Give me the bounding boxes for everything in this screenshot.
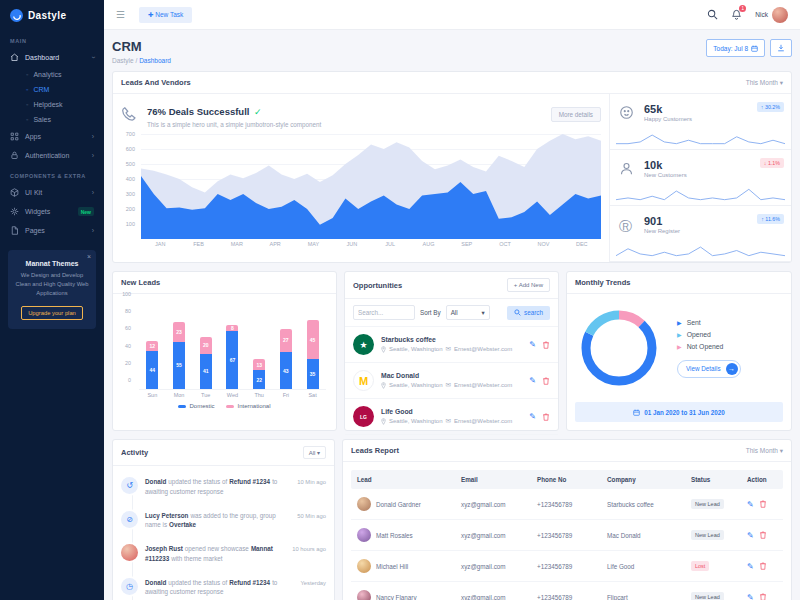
- edit-pencil-icon[interactable]: ✎: [529, 376, 536, 385]
- delete-trash-icon[interactable]: [542, 413, 550, 421]
- bar-column: 867: [220, 304, 244, 389]
- stat-delta-badge: 30.2%: [757, 102, 784, 112]
- delete-trash-icon[interactable]: [759, 531, 767, 539]
- download-button[interactable]: [770, 39, 792, 57]
- edit-pencil-icon[interactable]: ✎: [747, 500, 754, 509]
- period-dropdown[interactable]: This Month ▾: [746, 447, 783, 455]
- today-label: Today: Jul 8: [713, 45, 748, 52]
- opportunities-search-input[interactable]: [353, 305, 415, 320]
- area-chart-plot: [141, 134, 601, 239]
- vendor-city: Seattle, Washington: [389, 382, 442, 388]
- delete-trash-icon[interactable]: [759, 500, 767, 508]
- lead-name: Matt Rosales: [376, 532, 413, 539]
- search-button-label: search: [524, 309, 543, 316]
- breadcrumb-current: Dashboard: [139, 57, 171, 64]
- sort-value: All: [451, 309, 458, 316]
- vendor-row[interactable]: Life Good Seattle, Washington ✉ Ernest@W…: [345, 399, 558, 435]
- sidebar-item-apps[interactable]: Apps ›: [0, 127, 104, 146]
- vendor-name: Life Good: [381, 408, 522, 415]
- view-details-button[interactable]: View Details →: [677, 360, 741, 378]
- area-chart-x-axis: JANFEBMARAPRMAYJUNJULAUGSEPOCTNOVDEC: [141, 239, 601, 247]
- vendor-name: Mac Donald: [381, 372, 522, 379]
- upgrade-plan-button[interactable]: Upgrade your plan: [21, 306, 83, 320]
- delete-trash-icon[interactable]: [759, 593, 767, 600]
- notification-badge: 1: [739, 5, 746, 12]
- date-range-label: 01 Jan 2020 to 31 Jun 2020: [644, 409, 725, 416]
- vendor-logo: [353, 406, 374, 427]
- chevron-down-icon: ›: [92, 54, 94, 61]
- status-badge: New Lead: [691, 530, 724, 540]
- table-row[interactable]: Nancy Flanary xyz@gmail.com +123456789 F…: [351, 582, 783, 600]
- sidebar-item-pages[interactable]: Pages ›: [0, 221, 104, 240]
- activity-icon: [121, 511, 138, 528]
- vendor-row[interactable]: Starbucks coffee Seattle, Washington ✉ E…: [345, 327, 558, 363]
- sidebar-item-dashboard[interactable]: Dashboard ›: [0, 48, 104, 67]
- avatar: [357, 528, 371, 542]
- activity-icon: [121, 477, 138, 494]
- stat-block: Ⓡ 901 New Register 11.6%: [610, 206, 791, 262]
- edit-pencil-icon[interactable]: ✎: [747, 593, 754, 600]
- new-badge: New: [78, 207, 94, 216]
- search-icon[interactable]: [707, 9, 718, 20]
- activity-icon: [121, 578, 138, 595]
- activity-filter-dropdown[interactable]: All ▾: [303, 446, 326, 459]
- sidebar-subitem-label: Sales: [33, 116, 51, 123]
- activity-text: Donaldupdated the status ofRefund #1234t…: [145, 578, 279, 598]
- sidebar-item-label: Dashboard: [25, 54, 59, 61]
- lead-company: Life Good: [601, 555, 685, 578]
- sidebar-subitem[interactable]: Helpdesk: [0, 97, 104, 112]
- edit-pencil-icon[interactable]: ✎: [747, 531, 754, 540]
- edit-pencil-icon[interactable]: ✎: [747, 562, 754, 571]
- stat-icon: Ⓡ: [619, 217, 632, 235]
- hero-headline: 76% Deals Successfull: [147, 106, 249, 117]
- table-row[interactable]: Michael Hill xyz@gmail.com +123456789 Li…: [351, 551, 783, 582]
- lead-email: xyz@gmail.com: [455, 555, 531, 578]
- sidebar-item-ui-kit[interactable]: UI Kit ›: [0, 183, 104, 202]
- close-icon[interactable]: ×: [87, 253, 91, 260]
- envelope-icon: ✉: [445, 345, 450, 353]
- date-range-button[interactable]: 01 Jan 2020 to 31 Jun 2020: [575, 402, 783, 422]
- brand[interactable]: Dastyle: [0, 0, 104, 30]
- table-row[interactable]: Donald Gardner xyz@gmail.com +123456789 …: [351, 489, 783, 520]
- bar-column: 4535: [301, 304, 325, 389]
- chevron-right-icon: ›: [92, 152, 94, 159]
- dastyle-logo-icon: [10, 9, 23, 22]
- sort-select[interactable]: All▾: [446, 305, 490, 320]
- stat-label: New Register: [644, 228, 783, 234]
- delete-trash-icon[interactable]: [542, 341, 550, 349]
- breadcrumb-parent[interactable]: Dastyle: [112, 57, 134, 64]
- search-button[interactable]: search: [507, 306, 550, 320]
- activity-item: Lucy Petersonwas added to the group, gro…: [113, 504, 334, 538]
- new-task-button[interactable]: ✚ New Task: [139, 7, 192, 23]
- more-details-button[interactable]: More details: [551, 107, 601, 122]
- sidebar-subitem[interactable]: Analytics: [0, 67, 104, 82]
- table-row[interactable]: Matt Rosales xyz@gmail.com +123456789 Ma…: [351, 520, 783, 551]
- edit-pencil-icon[interactable]: ✎: [529, 340, 536, 349]
- sidebar-subitem[interactable]: CRM: [0, 82, 104, 97]
- activity-ref: Refund #1234: [229, 579, 270, 586]
- activity-tail: with theme market: [171, 555, 222, 562]
- column-header: Status: [685, 470, 741, 489]
- activity-actor: Lucy Peterson: [145, 512, 188, 519]
- edit-pencil-icon[interactable]: ✎: [529, 412, 536, 421]
- delete-trash-icon[interactable]: [759, 562, 767, 570]
- monthly-trends-donut-chart: [577, 306, 661, 390]
- delete-trash-icon[interactable]: [542, 377, 550, 385]
- notifications-bell-icon[interactable]: 1: [731, 9, 742, 20]
- vendor-row[interactable]: Mac Donald Seattle, Washington ✉ Ernest@…: [345, 363, 558, 399]
- lead-name: Donald Gardner: [376, 501, 421, 508]
- sidebar-item-authentication[interactable]: Authentication ›: [0, 146, 104, 165]
- period-dropdown[interactable]: This Month ▾: [746, 79, 783, 87]
- sidebar-item-label: UI Kit: [25, 189, 42, 196]
- legend-international: International: [226, 403, 270, 409]
- sidebar-item-widgets[interactable]: Widgets New: [0, 202, 104, 221]
- location-pin-icon: [381, 382, 386, 389]
- user-menu[interactable]: Nick: [755, 7, 788, 23]
- today-date-button[interactable]: Today: Jul 8: [706, 39, 765, 57]
- sidebar-subitem[interactable]: Sales: [0, 112, 104, 127]
- hamburger-menu-icon[interactable]: ☰: [116, 9, 125, 20]
- legend-label: Not Opened: [687, 343, 724, 350]
- table-header-row: Lead Email Phone No Company Status Actio…: [351, 470, 783, 489]
- add-new-button[interactable]: + Add New: [507, 278, 550, 292]
- legend-marker: ▶: [677, 331, 682, 338]
